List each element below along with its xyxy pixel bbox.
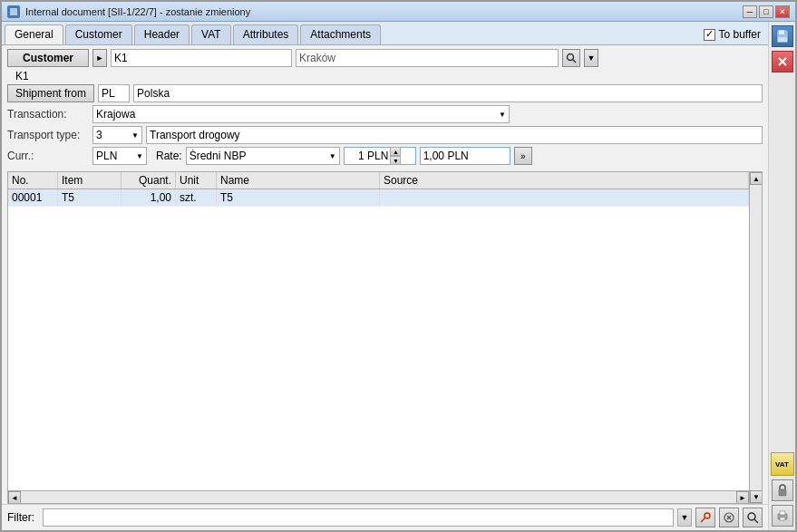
shipment-country-code-input[interactable] [98, 84, 130, 102]
filter-label: Filter: [7, 511, 39, 524]
svg-point-1 [568, 54, 574, 61]
cell-no: 00001 [8, 189, 58, 206]
to-buffer-checkbox[interactable] [704, 29, 715, 41]
close-button[interactable]: ✕ [775, 5, 790, 18]
tab-attributes[interactable]: Attributes [233, 24, 299, 44]
tab-bar: General Customer Header VAT Attributes A… [2, 22, 768, 45]
scroll-h-track[interactable] [21, 491, 736, 503]
curr-select[interactable]: PLN [92, 147, 147, 165]
window-icon [7, 5, 20, 18]
curr-label: Curr.: [7, 150, 89, 162]
rate-label: Rate: [156, 150, 182, 162]
pln-down-button[interactable]: ▼ [390, 156, 401, 165]
pln-spinner[interactable]: ▲ ▼ [390, 147, 401, 165]
pln-amount-box: 1 PLN ▲ ▼ [344, 147, 416, 165]
shipment-button[interactable]: Shipment from [7, 84, 94, 102]
customer-dropdown-button[interactable]: ▼ [584, 49, 598, 67]
scroll-up-button[interactable]: ▲ [750, 172, 762, 185]
pln-result-text: 1,00 PLN [423, 150, 469, 162]
col-header-no: No. [8, 172, 58, 189]
table-header: No. Item Quant. Unit Name Source [8, 172, 749, 189]
filter-bar: Filter: ▼ [2, 504, 768, 530]
cell-source [380, 189, 749, 206]
table-vertical-scroll: ▲ ▼ [749, 172, 762, 503]
transport-name-input[interactable] [146, 126, 763, 144]
customer-code-input[interactable] [111, 49, 292, 67]
svg-line-2 [573, 60, 577, 63]
customer-row: Customer ► ▼ [7, 49, 763, 67]
table-body: 00001 T5 1,00 szt. T5 [8, 189, 749, 490]
svg-rect-0 [10, 8, 17, 15]
shipment-country-name-input[interactable] [133, 84, 763, 102]
tab-header[interactable]: Header [134, 24, 190, 44]
scroll-left-button[interactable]: ◄ [8, 491, 21, 503]
svg-point-8 [748, 513, 755, 520]
items-table: No. Item Quant. Unit Name Source 00001 T… [7, 171, 763, 504]
transaction-row: Transaction: Krajowa [7, 105, 763, 123]
to-buffer-area: To buffer [696, 24, 768, 44]
tab-customer[interactable]: Customer [65, 24, 132, 44]
lock-button[interactable] [772, 479, 793, 501]
cell-unit: szt. [176, 189, 217, 206]
filter-search-button[interactable] [743, 508, 763, 527]
window-controls: ─ □ ✕ [743, 5, 790, 18]
pln-up-button[interactable]: ▲ [390, 147, 401, 156]
cell-quant: 1,00 [121, 189, 176, 206]
tab-vat[interactable]: VAT [191, 24, 231, 44]
titlebar: Internal document [SII-1/22/7] - zostani… [2, 2, 795, 22]
customer-city-input[interactable] [296, 49, 559, 67]
vat-button[interactable]: VAT [771, 452, 794, 476]
tab-attachments[interactable]: Attachments [300, 24, 381, 44]
save-button[interactable] [772, 25, 793, 47]
cancel-button[interactable] [772, 51, 793, 73]
rate-select[interactable]: Średni NBP [186, 147, 340, 165]
k1-label-row: K1 [7, 70, 763, 82]
right-sidebar: VAT [768, 22, 795, 530]
svg-rect-15 [779, 489, 786, 496]
col-header-item: Item [58, 172, 121, 189]
col-header-source: Source [380, 172, 749, 189]
transport-label: Transport type: [7, 129, 89, 141]
transport-num-select[interactable]: 3 [92, 126, 142, 144]
transport-row: Transport type: 3 [7, 126, 763, 144]
transaction-select-input[interactable]: Krajowa [93, 106, 509, 122]
pln-amount-text: 1 PLN [358, 150, 388, 162]
forward-button[interactable]: » [514, 147, 532, 165]
to-buffer-label: To buffer [719, 28, 761, 41]
tab-general[interactable]: General [5, 24, 63, 44]
rate-select-input[interactable]: Średni NBP [187, 148, 339, 164]
svg-point-4 [705, 513, 710, 518]
cell-item: T5 [58, 189, 121, 206]
scroll-v-track[interactable] [750, 185, 762, 490]
svg-rect-12 [778, 37, 787, 42]
cell-name: T5 [217, 189, 380, 206]
col-header-unit: Unit [176, 172, 217, 189]
customer-arrow-button[interactable]: ► [92, 49, 107, 67]
table-horizontal-scroll: ◄ ► [8, 490, 749, 503]
filter-input[interactable] [43, 508, 674, 527]
filter-pin-button[interactable] [695, 508, 715, 527]
minimize-button[interactable]: ─ [743, 5, 757, 18]
svg-line-3 [701, 517, 705, 522]
print-button[interactable] [772, 505, 793, 527]
scroll-right-button[interactable]: ► [736, 491, 749, 503]
svg-line-9 [754, 519, 758, 523]
transaction-select[interactable]: Krajowa [92, 105, 510, 123]
scroll-down-button[interactable]: ▼ [750, 490, 762, 503]
curr-select-input[interactable]: PLN [93, 148, 146, 164]
transport-num-input[interactable]: 3 [93, 127, 141, 143]
svg-rect-18 [780, 517, 785, 520]
maximize-button[interactable]: □ [759, 5, 773, 18]
filter-clear-button[interactable] [719, 508, 739, 527]
col-header-quant: Quant. [121, 172, 176, 189]
table-row[interactable]: 00001 T5 1,00 szt. T5 [8, 189, 749, 207]
transaction-label: Transaction: [7, 108, 89, 121]
customer-button[interactable]: Customer [7, 49, 89, 67]
col-header-name: Name [217, 172, 380, 189]
window-title: Internal document [SII-1/22/7] - zostani… [25, 6, 743, 17]
customer-search-button[interactable] [562, 49, 580, 67]
filter-dropdown-button[interactable]: ▼ [677, 508, 692, 527]
curr-row: Curr.: PLN Rate: Średni NBP 1 PLN [7, 147, 763, 165]
svg-rect-11 [779, 30, 784, 34]
pln-result-box: 1,00 PLN [420, 147, 510, 165]
